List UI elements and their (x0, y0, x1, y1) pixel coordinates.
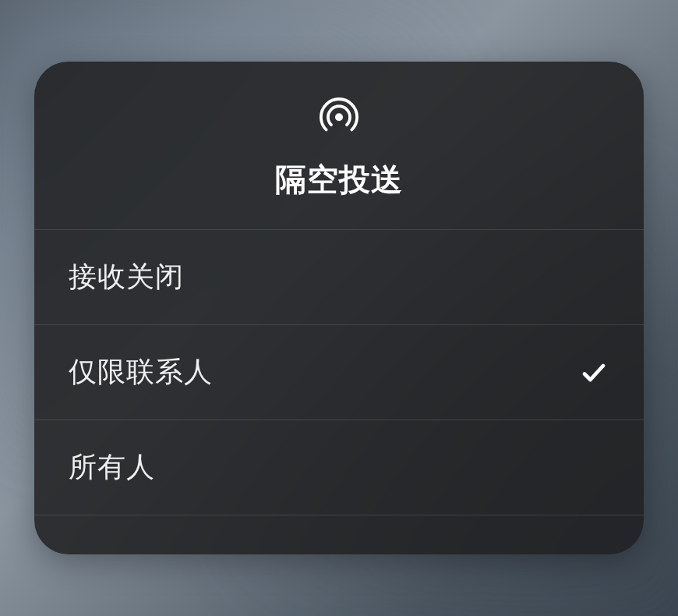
option-label: 接收关闭 (69, 258, 184, 296)
option-label: 所有人 (69, 448, 155, 487)
checkmark-icon (580, 359, 608, 387)
svg-point-0 (335, 113, 343, 121)
airdrop-settings-panel: 隔空投送 接收关闭 仅限联系人 所有人 (34, 62, 644, 554)
option-contacts-only[interactable]: 仅限联系人 (34, 325, 644, 420)
panel-header: 隔空投送 (34, 62, 644, 230)
panel-footer-space (34, 515, 644, 554)
airdrop-icon (316, 96, 362, 141)
option-everyone[interactable]: 所有人 (34, 420, 644, 515)
panel-title: 隔空投送 (275, 158, 403, 201)
option-receiving-off[interactable]: 接收关闭 (34, 230, 644, 325)
options-list: 接收关闭 仅限联系人 所有人 (34, 230, 644, 515)
option-label: 仅限联系人 (69, 353, 213, 391)
